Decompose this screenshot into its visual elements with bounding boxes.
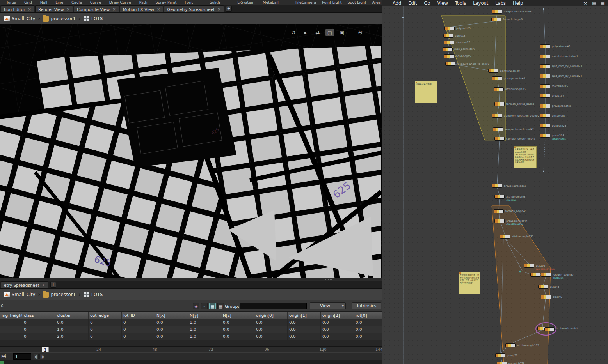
orbit-icon[interactable]: ↺ bbox=[289, 29, 298, 36]
network-node[interactable]: grouppromote5 bbox=[540, 104, 550, 108]
pane-tab[interactable]: Render View× bbox=[35, 5, 73, 12]
pane-tab[interactable]: Motion FX View× bbox=[120, 5, 164, 12]
pane-divider[interactable] bbox=[0, 278, 382, 281]
tab-close-icon[interactable]: × bbox=[217, 7, 220, 11]
network-node[interactable]: max_perimeter7 bbox=[443, 47, 453, 51]
menu-add[interactable]: Add bbox=[389, 0, 405, 6]
realtime-toggle[interactable] bbox=[0, 361, 4, 364]
column-header[interactable]: cut_edge bbox=[89, 312, 122, 319]
resize-grip-icon[interactable] bbox=[323, 279, 332, 281]
network-node[interactable]: blast99see streetPlanes bbox=[524, 264, 534, 268]
network-node[interactable]: grouppromote40 bbox=[492, 76, 502, 80]
network-node[interactable]: calculate_occlusion1 bbox=[540, 55, 550, 58]
playhead[interactable]: 1 bbox=[42, 347, 49, 352]
resize-grip-icon[interactable] bbox=[273, 342, 283, 344]
network-node[interactable]: sample_foreach_end43 bbox=[494, 137, 505, 141]
prims-mode-icon[interactable]: ▦ bbox=[209, 303, 216, 309]
column-header[interactable]: N[y] bbox=[188, 312, 221, 319]
pane-tab[interactable]: tion Editor× bbox=[1, 5, 34, 12]
translate-icon[interactable]: ⇄ bbox=[313, 29, 322, 36]
table-row[interactable]: 01.0000.01.00.00.00.00.00.0 bbox=[0, 326, 382, 333]
network-node[interactable]: sample_foreach_end42 bbox=[493, 127, 503, 131]
customize-icon[interactable]: ⚒ bbox=[583, 1, 587, 6]
breadcrumb-item[interactable]: LOTS bbox=[82, 292, 104, 297]
shelf-tool[interactable]: File bbox=[295, 0, 302, 5]
column-header[interactable]: origin[2] bbox=[321, 312, 354, 319]
network-editor[interactable]: sample_foreach_end8foreach_begin8polypat… bbox=[382, 6, 608, 364]
pane-tab[interactable]: Geometry Spreadsheet× bbox=[164, 5, 224, 12]
network-node[interactable]: foreach_begin8 bbox=[491, 18, 501, 21]
column-header[interactable]: class bbox=[22, 312, 55, 319]
shelf-tool[interactable]: Torus bbox=[6, 0, 16, 5]
network-node[interactable]: group197 bbox=[540, 94, 550, 98]
shelf-tool[interactable]: Grid bbox=[24, 0, 32, 5]
breadcrumb-item[interactable]: processor1 bbox=[41, 15, 77, 22]
network-node[interactable]: curve18 bbox=[443, 34, 453, 38]
network-node[interactable]: polypath23 bbox=[444, 27, 455, 30]
menu-edit[interactable]: Edit bbox=[405, 0, 420, 6]
network-node[interactable]: grouppromote44streetPlanePos bbox=[494, 219, 505, 223]
column-header[interactable]: origin[1] bbox=[288, 312, 321, 319]
scene-viewport[interactable]: 625625625 ↺▸⇄▢▣⊖ bbox=[0, 24, 382, 278]
chevron-down-icon[interactable]: ▼ bbox=[340, 303, 345, 309]
menu-tools[interactable]: Tools bbox=[452, 0, 469, 6]
shelf-tool[interactable]: Solids bbox=[210, 0, 220, 5]
network-node[interactable]: output_LOTS bbox=[497, 362, 507, 364]
step-forward-button[interactable]: ▕▶ bbox=[39, 354, 44, 359]
select-icon[interactable]: ▸ bbox=[301, 29, 310, 36]
network-node[interactable]: split_prim_by_normal23 bbox=[540, 64, 550, 68]
network-node[interactable]: group208streetPlants bbox=[540, 134, 550, 138]
tab-close-icon[interactable]: × bbox=[28, 7, 31, 11]
shelf-tool[interactable]: Font bbox=[185, 0, 193, 5]
network-node[interactable]: ✕ bbox=[518, 270, 528, 274]
sticky-note[interactable]: 这里做遮挡计算：树是urban术后用calculate_occlusion算出来… bbox=[514, 146, 537, 168]
shelf-tool[interactable]: Curve bbox=[90, 0, 101, 5]
network-node[interactable]: blast46 bbox=[541, 295, 551, 299]
column-header[interactable]: lot_ID bbox=[122, 312, 155, 319]
shelf-tool[interactable]: Spray Paint bbox=[156, 0, 177, 5]
menu-layout[interactable]: Layout bbox=[469, 0, 492, 6]
network-node[interactable]: measure_angle_to_pline6 bbox=[445, 62, 455, 66]
network-node[interactable]: measure17 bbox=[444, 41, 454, 44]
tab-close-icon[interactable]: × bbox=[42, 283, 45, 287]
table-row[interactable]: 02.0000.01.00.00.00.00.00.0 bbox=[0, 333, 382, 340]
panel-grid-icon[interactable]: ▦ bbox=[601, 1, 605, 6]
network-node[interactable]: split_prim_by_normal24 bbox=[540, 74, 550, 78]
tab-close-icon[interactable]: × bbox=[157, 7, 160, 11]
column-header[interactable]: ing_height bbox=[0, 312, 22, 319]
shelf-tool[interactable]: Area Light bbox=[372, 0, 382, 5]
network-node[interactable]: matchsize15 bbox=[540, 84, 550, 88]
shelf-tool[interactable]: Spot Light bbox=[347, 0, 366, 5]
menu-view[interactable]: View bbox=[434, 0, 452, 6]
breadcrumb-item[interactable]: LOTS bbox=[82, 16, 104, 21]
network-node[interactable]: polypath26 bbox=[540, 124, 550, 128]
network-node[interactable]: group38 bbox=[495, 353, 505, 357]
attributes-icon[interactable]: ◈ bbox=[193, 303, 199, 309]
group-input[interactable] bbox=[240, 303, 307, 309]
isolate-icon[interactable]: ⊖ bbox=[356, 29, 364, 36]
network-node[interactable]: pointwrangle40 bbox=[488, 69, 498, 73]
frame-input[interactable] bbox=[13, 353, 31, 360]
points-icon[interactable]: ◦ bbox=[201, 303, 208, 309]
network-node[interactable]: attribwrangle35 bbox=[494, 87, 504, 91]
shelf-tool[interactable]: Line bbox=[55, 0, 63, 5]
pane-tab[interactable]: etry Spreadsheet× bbox=[1, 281, 48, 288]
column-header[interactable]: N[x] bbox=[155, 312, 188, 319]
play-to-end-button[interactable]: ▶▶▏ bbox=[2, 354, 7, 358]
new-tab-button[interactable]: + bbox=[226, 6, 232, 12]
column-header[interactable]: N[z] bbox=[221, 312, 254, 319]
snap-icon[interactable]: ▣ bbox=[338, 29, 346, 36]
menu-labs[interactable]: Labs bbox=[492, 0, 509, 6]
intrinsics-dropdown[interactable]: Intrinsics bbox=[352, 302, 381, 309]
shelf-tool[interactable]: Camera bbox=[302, 0, 316, 5]
step-back-button[interactable]: ◀▏ bbox=[34, 354, 39, 359]
tab-close-icon[interactable]: × bbox=[112, 7, 116, 11]
sticky-note[interactable]: 先把街道插树计算：对每个点的朝向按位置看是同一方向，就是v方向和y方向投影 bbox=[459, 272, 480, 294]
network-node[interactable]: attribpromote8direction bbox=[494, 195, 505, 199]
network-node[interactable]: foreach_begin87feedback bbox=[541, 273, 551, 277]
breadcrumb-item[interactable]: Small_City bbox=[2, 292, 37, 297]
viewport-canvas[interactable]: 625625625 bbox=[0, 24, 382, 278]
network-node[interactable]: sample_foreach_end8 bbox=[492, 10, 502, 14]
network-node[interactable]: attribwrangle232 bbox=[500, 235, 510, 239]
shelf-tool[interactable]: Metaball bbox=[263, 0, 279, 5]
